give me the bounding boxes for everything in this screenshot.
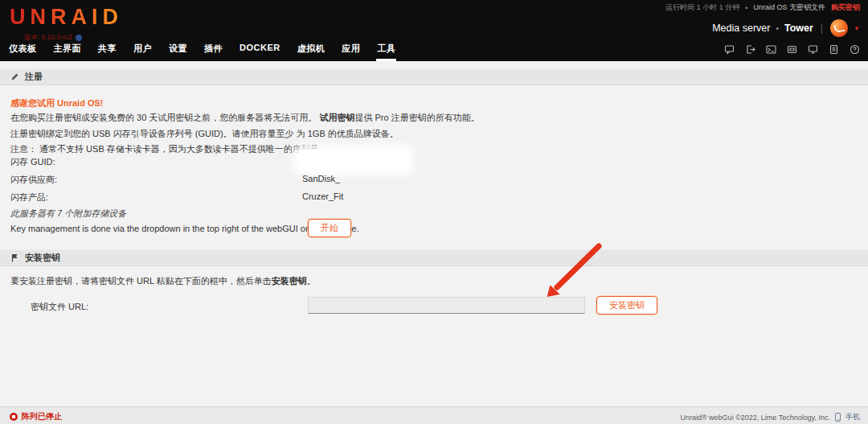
instr-normal: 要安装注册密钥，请将密钥文件 URL 粘贴在下面的框中，然后单击	[10, 276, 272, 286]
server-description: Media server	[712, 23, 770, 34]
nav-item-main[interactable]: 主界面	[53, 43, 83, 61]
version-label: 版本: 6.10.0-rc2	[24, 33, 82, 43]
attached-devices-note: 此服务器有 7 个附加存储设备	[10, 208, 126, 220]
header: 运行时间 1 小时 1 分钟 • Unraid OS 无密钥文件 购买密钥 UN…	[0, 0, 868, 61]
install-section-header: 安装密钥	[0, 249, 868, 266]
nav-item-tools[interactable]: 工具	[376, 43, 396, 61]
uptime-label: 运行时间 1 小时 1 分钟	[665, 2, 739, 13]
register-paragraph-2: 注册密钥绑定到您的 USB 闪存引导设备序列号 (GUID)。请使用容量至少 为…	[10, 128, 399, 140]
buy-key-link[interactable]: 购买密钥	[831, 2, 860, 13]
main-nav: 仪表板 主界面 共享 用户 设置 插件 DOCKER 虚拟机 应用 工具	[8, 43, 396, 61]
user-avatar[interactable]	[830, 19, 848, 37]
nav-item-vms[interactable]: 虚拟机	[297, 43, 326, 61]
header-icon-bar	[724, 44, 860, 55]
help-icon[interactable]	[850, 44, 860, 55]
keyfile-url-label: 密钥文件 URL:	[31, 301, 88, 313]
update-info-icon[interactable]	[76, 35, 82, 41]
start-button[interactable]: 开始	[308, 219, 351, 237]
nav-item-settings[interactable]: 设置	[168, 43, 188, 61]
instr-tail: 。	[307, 276, 316, 286]
viewport-icon[interactable]	[787, 44, 797, 55]
server-bullet: •	[776, 24, 779, 33]
footer-right: Unraid® webGui ©2022, Lime Technology, I…	[680, 412, 860, 422]
copyright-text: Unraid® webGui ©2022, Lime Technology, I…	[680, 414, 830, 422]
instr-bold: 安装密钥	[272, 276, 307, 286]
footer: 阵列已停止 Unraid® webGui ©2022, Lime Technol…	[0, 406, 868, 424]
unraid-tools-registration-page: 运行时间 1 小时 1 分钟 • Unraid OS 无密钥文件 购买密钥 UN…	[0, 0, 868, 424]
p1-normal: 在您购买注册密钥或安装免费的 30 天试用密钥之前，您的服务器将无法可用。	[10, 113, 319, 122]
mobile-phone-icon[interactable]	[835, 413, 841, 422]
register-paragraph-1: 在您购买注册密钥或安装免费的 30 天试用密钥之前，您的服务器将无法可用。 试用…	[10, 112, 480, 124]
nav-item-plugins[interactable]: 插件	[203, 43, 223, 61]
server-divider: |	[821, 23, 823, 34]
nav-item-dashboard[interactable]: 仪表板	[8, 43, 38, 61]
chevron-down-icon[interactable]: ▼	[854, 25, 860, 32]
pencil-icon	[10, 72, 19, 81]
topbar-bullet: •	[745, 4, 747, 12]
unraid-logo: UNRAID	[10, 5, 123, 30]
thanks-message: 感谢您试用 Unraid OS!	[10, 97, 104, 109]
flash-vendor-label: 闪存供应商:	[10, 174, 57, 186]
flash-product-label: 闪存产品:	[10, 191, 48, 204]
flash-guid-label: 闪存 GUID:	[10, 156, 55, 168]
flash-product-value: Cruzer_Fit	[302, 191, 343, 201]
log-icon[interactable]	[829, 44, 839, 55]
flash-guid-value-redacted	[298, 150, 407, 171]
register-section-header: 注册	[0, 68, 868, 85]
nav-item-users[interactable]: 用户	[133, 43, 153, 61]
os-key-status: Unraid OS 无密钥文件	[753, 2, 825, 13]
server-identity: Media server • Tower | ▼	[712, 19, 860, 37]
nav-item-apps[interactable]: 应用	[341, 43, 361, 61]
annotation-arrow-icon	[526, 240, 611, 309]
logout-icon[interactable]	[745, 44, 755, 55]
nav-item-docker[interactable]: DOCKER	[239, 43, 281, 61]
feedback-icon[interactable]	[724, 44, 735, 55]
topbar-status: 运行时间 1 小时 1 分钟 • Unraid OS 无密钥文件 购买密钥	[665, 2, 860, 13]
array-stopped-icon	[10, 413, 18, 421]
flag-icon	[10, 253, 19, 262]
install-instruction: 要安装注册密钥，请将密钥文件 URL 粘贴在下面的框中，然后单击安装密钥。	[10, 275, 316, 287]
nav-item-shares[interactable]: 共享	[97, 43, 117, 61]
mobile-view-link[interactable]: 手机	[845, 412, 860, 422]
array-status-text: 阵列已停止	[22, 411, 62, 422]
terminal-icon[interactable]	[766, 44, 776, 55]
monitor-icon[interactable]	[808, 44, 818, 55]
register-section-title: 注册	[25, 71, 43, 83]
key-management-note: Key management is done via the dropdown …	[10, 224, 359, 233]
flash-vendor-value: SanDisk_	[302, 174, 340, 183]
version-text: 版本: 6.10.0-rc2	[24, 33, 72, 43]
p1-tail: 提供 Pro 注册密钥的所有功能。	[354, 113, 479, 122]
register-paragraph-note: 注意： 通常不支持 USB 存储卡读卡器，因为大多数读卡器不提供唯一的序列号。	[10, 143, 328, 155]
array-status: 阵列已停止	[10, 411, 62, 422]
install-section-title: 安装密钥	[25, 252, 60, 264]
server-name: Tower	[784, 23, 813, 34]
p1-bold: 试用密钥	[319, 113, 354, 122]
